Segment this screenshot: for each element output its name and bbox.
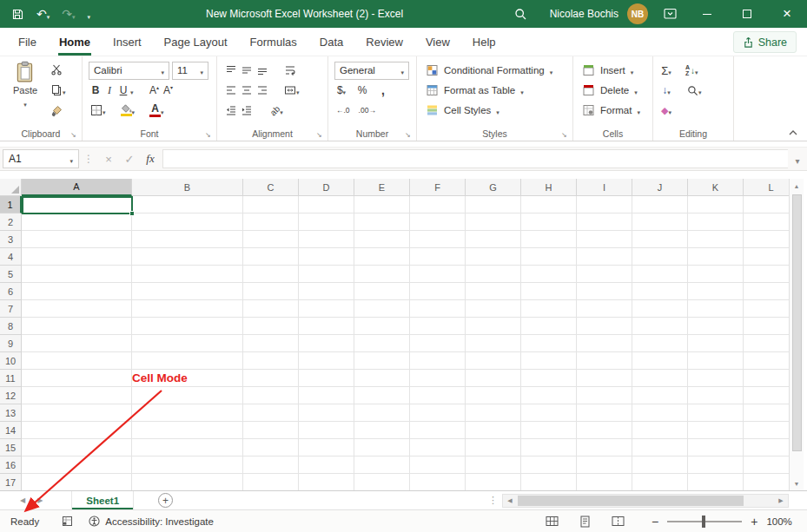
column-header-J[interactable]: J xyxy=(632,179,688,196)
cell-H10[interactable] xyxy=(521,352,577,370)
cell-C8[interactable] xyxy=(243,318,299,335)
row-header-1[interactable]: 1 xyxy=(0,196,22,213)
cell-I16[interactable] xyxy=(577,456,632,474)
percent-style-button[interactable]: % xyxy=(355,82,369,99)
cell-B9[interactable] xyxy=(132,335,243,352)
cell-F12[interactable] xyxy=(410,387,466,404)
maximize-button[interactable] xyxy=(727,0,767,28)
column-header-L[interactable]: L xyxy=(744,179,789,196)
delete-cells-button[interactable]: Delete xyxy=(582,81,638,100)
cell-E3[interactable] xyxy=(354,231,410,248)
cell-I15[interactable] xyxy=(577,439,632,456)
row-header-5[interactable]: 5 xyxy=(0,266,22,283)
cell-G15[interactable] xyxy=(466,439,521,456)
cell-K15[interactable] xyxy=(688,439,744,456)
cell-H3[interactable] xyxy=(521,231,577,248)
column-header-B[interactable]: B xyxy=(132,179,243,196)
cell-A11[interactable] xyxy=(22,370,132,387)
cell-K4[interactable] xyxy=(688,248,744,266)
cell-L12[interactable] xyxy=(744,387,789,404)
cell-B6[interactable] xyxy=(132,283,243,300)
row-header-11[interactable]: 11 xyxy=(0,370,22,387)
row-header-4[interactable]: 4 xyxy=(0,248,22,266)
italic-button[interactable]: I xyxy=(103,82,116,99)
cell-F10[interactable] xyxy=(410,352,466,370)
copy-button[interactable] xyxy=(49,82,68,99)
cell-F5[interactable] xyxy=(410,266,466,283)
find-select-button[interactable] xyxy=(685,82,704,99)
cell-D8[interactable] xyxy=(299,318,354,335)
font-color-button[interactable]: A xyxy=(148,102,166,119)
cell-J10[interactable] xyxy=(632,352,688,370)
underline-dropdown-icon[interactable] xyxy=(130,85,134,95)
cell-E1[interactable] xyxy=(354,196,410,213)
formula-input[interactable] xyxy=(162,149,788,168)
cell-C6[interactable] xyxy=(243,283,299,300)
cell-K16[interactable] xyxy=(688,456,744,474)
zoom-slider[interactable] xyxy=(667,521,742,522)
bottom-align-button[interactable] xyxy=(255,62,270,79)
tab-file[interactable]: File xyxy=(7,28,48,56)
tab-strip-divider[interactable] xyxy=(484,495,502,506)
cell-K17[interactable] xyxy=(688,474,744,490)
cell-L16[interactable] xyxy=(744,456,789,474)
avatar[interactable]: NB xyxy=(627,3,648,24)
number-format-select[interactable]: General xyxy=(334,62,409,80)
accessibility-checker-button[interactable] xyxy=(89,516,100,527)
cell-D7[interactable] xyxy=(299,300,354,318)
format-painter-button[interactable] xyxy=(49,102,68,120)
cell-J9[interactable] xyxy=(632,335,688,352)
cell-L8[interactable] xyxy=(744,318,789,335)
cell-D5[interactable] xyxy=(299,266,354,283)
cell-A2[interactable] xyxy=(22,213,132,231)
insert-function-button[interactable]: fx xyxy=(140,152,161,166)
account-name[interactable]: Nicolae Bochis xyxy=(550,8,618,20)
cell-K7[interactable] xyxy=(688,300,744,318)
increase-indent-button[interactable] xyxy=(239,102,255,119)
clear-button[interactable]: ◆ xyxy=(659,102,673,119)
cell-K14[interactable] xyxy=(688,422,744,439)
cell-B7[interactable] xyxy=(132,300,243,318)
row-header-10[interactable]: 10 xyxy=(0,352,22,370)
cell-K5[interactable] xyxy=(688,266,744,283)
cell-C3[interactable] xyxy=(243,231,299,248)
format-as-table-button[interactable]: Format as Table xyxy=(426,81,524,100)
cell-H12[interactable] xyxy=(521,387,577,404)
cell-C5[interactable] xyxy=(243,266,299,283)
zoom-in-button[interactable]: + xyxy=(751,515,757,529)
cell-E7[interactable] xyxy=(354,300,410,318)
tab-insert[interactable]: Insert xyxy=(102,28,153,56)
cell-L15[interactable] xyxy=(744,439,789,456)
cell-J1[interactable] xyxy=(632,196,688,213)
cell-A6[interactable] xyxy=(22,283,132,300)
cell-G8[interactable] xyxy=(466,318,521,335)
sort-filter-button[interactable]: AZ↓ xyxy=(684,62,700,79)
cell-E4[interactable] xyxy=(354,248,410,266)
cell-H1[interactable] xyxy=(521,196,577,213)
cell-L4[interactable] xyxy=(744,248,789,266)
close-button[interactable] xyxy=(767,0,807,28)
cell-C17[interactable] xyxy=(243,474,299,490)
cell-D6[interactable] xyxy=(299,283,354,300)
cell-B1[interactable] xyxy=(132,196,243,213)
cell-J7[interactable] xyxy=(632,300,688,318)
cell-I4[interactable] xyxy=(577,248,632,266)
cell-J4[interactable] xyxy=(632,248,688,266)
cell-A15[interactable] xyxy=(22,439,132,456)
column-header-D[interactable]: D xyxy=(299,179,354,196)
cell-D16[interactable] xyxy=(299,456,354,474)
cell-J6[interactable] xyxy=(632,283,688,300)
cell-I6[interactable] xyxy=(577,283,632,300)
tab-data[interactable]: Data xyxy=(308,28,354,56)
customize-quick-access-button[interactable] xyxy=(88,8,91,20)
row-header-15[interactable]: 15 xyxy=(0,439,22,456)
cell-C11[interactable] xyxy=(243,370,299,387)
cell-J16[interactable] xyxy=(632,456,688,474)
cell-I9[interactable] xyxy=(577,335,632,352)
cell-C1[interactable] xyxy=(243,196,299,213)
scroll-left-icon[interactable] xyxy=(503,497,517,504)
row-header-2[interactable]: 2 xyxy=(0,213,22,231)
cell-F15[interactable] xyxy=(410,439,466,456)
cell-B13[interactable] xyxy=(132,404,243,422)
cell-H8[interactable] xyxy=(521,318,577,335)
